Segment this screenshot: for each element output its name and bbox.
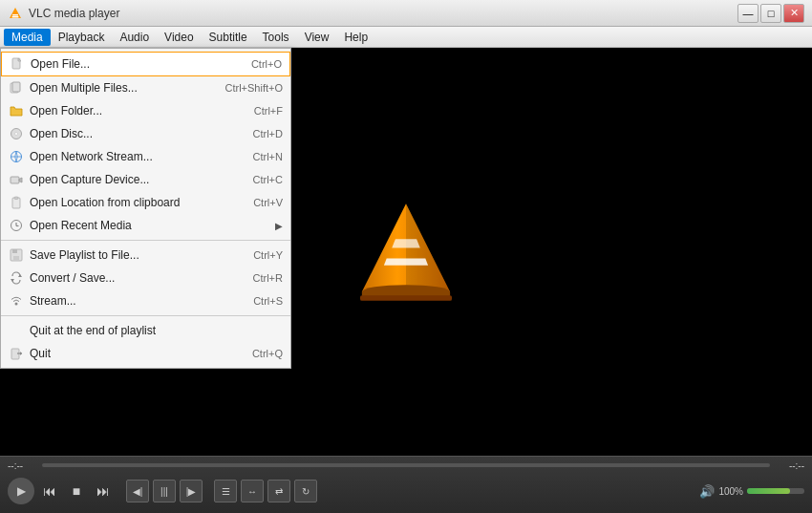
- svg-marker-29: [392, 239, 420, 247]
- open-multiple-shortcut: Ctrl+Shift+O: [224, 82, 283, 94]
- disc-icon: [9, 126, 24, 141]
- svg-rect-13: [14, 197, 18, 200]
- network-icon: [9, 149, 24, 164]
- progress-bar[interactable]: [42, 463, 770, 467]
- clipboard-icon: [9, 195, 24, 210]
- save-playlist-shortcut: Ctrl+Y: [253, 249, 283, 261]
- svg-rect-18: [12, 249, 17, 253]
- svg-rect-3: [12, 16, 19, 18]
- menu-convert-save[interactable]: Convert / Save... Ctrl+R: [1, 267, 290, 289]
- skip-forward-button[interactable]: ⏭: [92, 480, 115, 502]
- open-folder-shortcut: Ctrl+F: [254, 105, 283, 117]
- menu-subtitle[interactable]: Subtitle: [202, 29, 255, 46]
- time-total: --:--: [776, 460, 804, 471]
- menu-open-capture[interactable]: Open Capture Device... Ctrl+C: [1, 168, 290, 191]
- menu-open-multiple[interactable]: Open Multiple Files... Ctrl+Shift+O: [1, 76, 290, 99]
- titlebar: VLC media player — □ ✕: [0, 0, 812, 27]
- menubar: Media Playback Audio Video Subtitle Tool…: [0, 27, 812, 48]
- menu-media[interactable]: Media: [4, 29, 51, 46]
- menu-playback[interactable]: Playback: [51, 29, 113, 46]
- frame-back-button[interactable]: ◀|: [126, 480, 149, 502]
- shuffle-button[interactable]: ⇄: [267, 480, 290, 502]
- volume-slider[interactable]: [747, 488, 804, 494]
- recent-arrow-icon: ▶: [275, 221, 283, 231]
- open-clipboard-label: Open Location from clipboard: [30, 196, 247, 209]
- menu-open-clipboard[interactable]: Open Location from clipboard Ctrl+V: [1, 191, 290, 214]
- menu-view[interactable]: View: [297, 29, 337, 46]
- quit-shortcut: Ctrl+Q: [252, 348, 283, 359]
- stream-icon: [9, 293, 24, 309]
- app-icon: [8, 6, 23, 21]
- open-capture-shortcut: Ctrl+C: [253, 174, 283, 185]
- svg-marker-28: [384, 258, 428, 265]
- svg-point-8: [15, 133, 18, 136]
- close-button[interactable]: ✕: [783, 4, 804, 23]
- volume-fill: [747, 488, 790, 494]
- quit-end-label: Quit at the end of playlist: [30, 324, 283, 337]
- convert-save-label: Convert / Save...: [30, 271, 247, 285]
- open-recent-label: Open Recent Media: [30, 219, 269, 232]
- main-area: Open File... Ctrl+O Open Multiple Files.…: [0, 48, 812, 456]
- svg-marker-1: [11, 10, 20, 17]
- open-file-shortcut: Ctrl+O: [251, 58, 282, 70]
- app-title: VLC media player: [29, 7, 119, 20]
- svg-marker-20: [18, 274, 22, 277]
- menu-save-playlist[interactable]: Save Playlist to File... Ctrl+Y: [1, 244, 290, 267]
- frame-forward-button[interactable]: |▶: [180, 480, 203, 502]
- open-folder-label: Open Folder...: [30, 104, 248, 118]
- svg-marker-21: [11, 279, 14, 282]
- separator-1: [1, 240, 290, 241]
- quit-icon: [9, 346, 24, 361]
- loop-button[interactable]: ↻: [294, 480, 317, 502]
- extended-button[interactable]: ↔: [241, 480, 264, 502]
- folder-icon: [9, 103, 24, 118]
- progress-area: --:-- --:--: [0, 457, 812, 474]
- play-button[interactable]: ▶: [8, 478, 34, 504]
- equalizer-button[interactable]: |||: [153, 480, 176, 502]
- menu-open-network[interactable]: Open Network Stream... Ctrl+N: [1, 145, 290, 168]
- time-elapsed: --:--: [8, 460, 36, 471]
- menu-quit-end[interactable]: Quit at the end of playlist: [1, 319, 290, 342]
- svg-rect-6: [12, 82, 20, 92]
- menu-tools[interactable]: Tools: [255, 29, 297, 46]
- menu-open-recent[interactable]: Open Recent Media ▶: [1, 214, 290, 237]
- media-dropdown: Open File... Ctrl+O Open Multiple Files.…: [0, 48, 291, 369]
- menu-open-disc[interactable]: Open Disc... Ctrl+D: [1, 122, 290, 145]
- file-icon: [10, 56, 25, 72]
- open-multiple-label: Open Multiple Files...: [30, 81, 219, 95]
- stop-button[interactable]: ■: [65, 480, 88, 502]
- titlebar-left: VLC media player: [8, 6, 119, 21]
- svg-rect-19: [13, 256, 19, 260]
- open-disc-label: Open Disc...: [30, 127, 247, 140]
- open-clipboard-shortcut: Ctrl+V: [253, 197, 283, 208]
- svg-rect-11: [11, 177, 19, 183]
- menu-audio[interactable]: Audio: [112, 29, 157, 46]
- playlist-button[interactable]: ☰: [214, 480, 237, 502]
- stream-label: Stream...: [30, 294, 247, 308]
- volume-area: 🔊 100%: [699, 484, 804, 499]
- open-network-shortcut: Ctrl+N: [253, 151, 283, 162]
- menu-stream[interactable]: Stream... Ctrl+S: [1, 289, 290, 312]
- quit-label: Quit: [30, 347, 246, 360]
- menu-video[interactable]: Video: [157, 29, 201, 46]
- menu-open-folder[interactable]: Open Folder... Ctrl+F: [1, 99, 290, 122]
- menu-quit[interactable]: Quit Ctrl+Q: [1, 342, 290, 365]
- open-network-label: Open Network Stream...: [30, 150, 247, 163]
- recent-icon: [9, 218, 24, 233]
- svg-point-22: [15, 303, 18, 306]
- menu-open-file[interactable]: Open File... Ctrl+O: [1, 52, 290, 76]
- volume-label: 100%: [718, 486, 743, 497]
- skip-back-button[interactable]: ⏮: [38, 480, 61, 502]
- stream-shortcut: Ctrl+S: [253, 295, 283, 307]
- maximize-button[interactable]: □: [760, 4, 781, 23]
- files-icon: [9, 80, 24, 96]
- window-controls: — □ ✕: [737, 4, 804, 23]
- menu-help[interactable]: Help: [336, 29, 375, 46]
- save-icon: [9, 247, 24, 263]
- bottom-controls: --:-- --:-- ▶ ⏮ ■ ⏭ ◀| ||| |▶ ☰ ↔ ⇄ ↻ 🔊 …: [0, 456, 812, 513]
- svg-rect-32: [360, 295, 452, 301]
- convert-save-shortcut: Ctrl+R: [253, 272, 283, 284]
- minimize-button[interactable]: —: [737, 4, 759, 23]
- separator-2: [1, 315, 290, 316]
- convert-icon: [9, 270, 24, 286]
